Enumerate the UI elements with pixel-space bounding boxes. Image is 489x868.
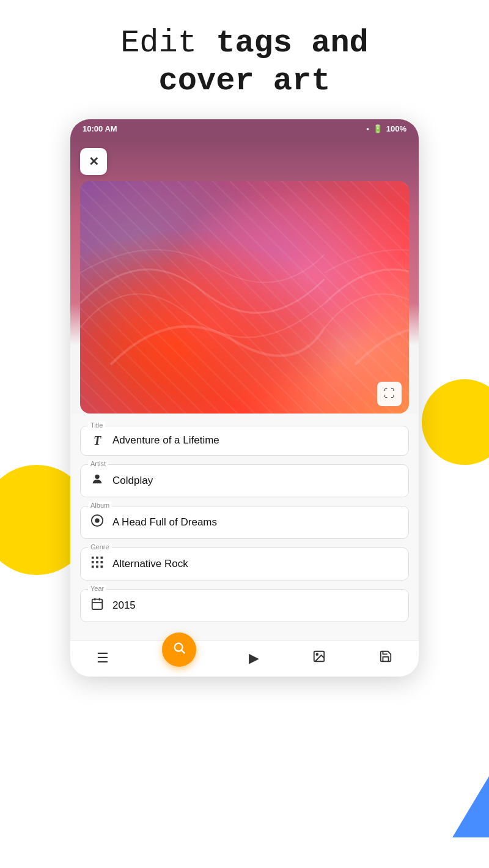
close-button[interactable]: ✕ <box>80 148 107 175</box>
menu-button[interactable]: ☰ <box>97 650 109 666</box>
save-button[interactable] <box>379 650 392 667</box>
album-icon <box>89 514 105 531</box>
genre-content: Alternative Rock <box>89 555 400 573</box>
svg-line-17 <box>182 650 185 653</box>
year-value: 2015 <box>112 599 136 612</box>
save-icon <box>379 650 392 667</box>
year-content: 2015 <box>89 597 400 614</box>
close-icon: ✕ <box>89 154 99 169</box>
album-content: A Head Full of Dreams <box>89 514 400 531</box>
genre-field[interactable]: Genre Alternative Rock <box>80 547 409 581</box>
status-time: 10:00 AM <box>83 124 117 133</box>
phone-wrapper: 10:00 AM • 🔋 100% ✕ ⛶ <box>0 113 489 677</box>
svg-rect-9 <box>92 565 94 568</box>
svg-point-0 <box>95 474 99 478</box>
title-icon: T <box>89 434 105 448</box>
svg-rect-8 <box>101 561 103 563</box>
title-label: Title <box>88 421 105 429</box>
album-art <box>80 181 409 414</box>
header-title: Edit tags and cover art <box>49 24 440 101</box>
genre-value: Alternative Rock <box>112 558 188 570</box>
year-field[interactable]: Year 2015 <box>80 589 409 622</box>
battery-icon: 🔋 <box>373 124 383 133</box>
svg-point-2 <box>95 519 99 522</box>
header-line1-normal: Edit <box>120 25 216 61</box>
genre-icon <box>89 555 105 573</box>
artist-field[interactable]: Artist Coldplay <box>80 464 409 497</box>
play-button[interactable]: ▶ <box>249 650 259 666</box>
image-icon <box>312 650 326 667</box>
svg-rect-6 <box>92 561 94 563</box>
title-content: T Adventure of a Lifetime <box>89 434 400 448</box>
person-icon <box>89 472 105 489</box>
image-button[interactable] <box>312 650 326 667</box>
year-label: Year <box>88 585 106 592</box>
header-line2: cover art <box>159 63 331 99</box>
status-right: • 🔋 100% <box>366 124 406 133</box>
svg-point-16 <box>175 643 183 651</box>
fullscreen-button[interactable]: ⛶ <box>377 382 402 406</box>
search-icon <box>172 641 186 658</box>
album-art-container: ⛶ <box>80 181 409 414</box>
svg-rect-12 <box>92 599 103 609</box>
title-value: Adventure of a Lifetime <box>112 434 219 447</box>
svg-rect-5 <box>101 557 103 559</box>
svg-rect-3 <box>92 557 94 559</box>
signal-dot: • <box>366 124 369 133</box>
phone-content: ✕ ⛶ <box>70 138 419 414</box>
svg-rect-11 <box>101 565 103 568</box>
genre-label: Genre <box>88 543 112 551</box>
artist-value: Coldplay <box>112 475 153 487</box>
bottom-nav: ☰ ▶ <box>70 640 419 677</box>
status-bar: 10:00 AM • 🔋 100% <box>70 119 419 138</box>
album-value: A Head Full of Dreams <box>112 516 217 529</box>
play-icon: ▶ <box>249 650 259 666</box>
artist-label: Artist <box>88 460 108 467</box>
search-fab-button[interactable] <box>162 632 196 667</box>
svg-rect-7 <box>96 561 98 563</box>
album-label: Album <box>88 502 112 509</box>
phone-mockup: 10:00 AM • 🔋 100% ✕ ⛶ <box>70 119 419 677</box>
svg-rect-10 <box>96 565 98 568</box>
fullscreen-icon: ⛶ <box>384 387 395 400</box>
svg-point-19 <box>316 653 318 655</box>
calendar-icon <box>89 597 105 614</box>
form-area: Title T Adventure of a Lifetime Artist C… <box>70 414 419 640</box>
decorative-triangle <box>452 776 489 837</box>
header-section: Edit tags and cover art <box>0 0 489 113</box>
title-field[interactable]: Title T Adventure of a Lifetime <box>80 426 409 456</box>
artist-content: Coldplay <box>89 472 400 489</box>
menu-icon: ☰ <box>97 650 109 666</box>
header-line1-bold: tags and <box>216 25 369 61</box>
album-field[interactable]: Album A Head Full of Dreams <box>80 506 409 539</box>
svg-rect-4 <box>96 557 98 559</box>
battery-percent: 100% <box>386 124 406 133</box>
